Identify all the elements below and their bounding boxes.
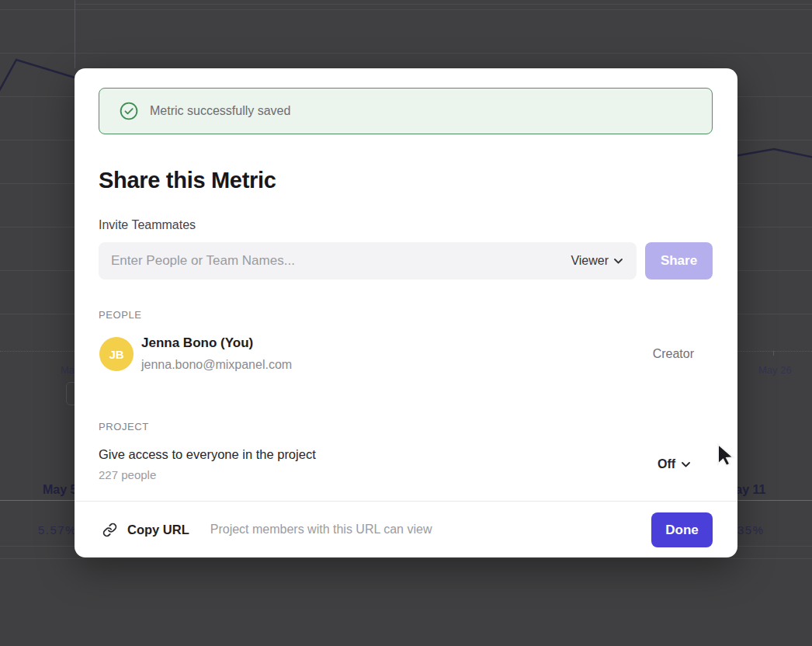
invite-teammates-label: Invite Teammates [99, 218, 196, 232]
role-dropdown-value: Viewer [571, 254, 609, 268]
copy-url-hint: Project members with this URL can view [210, 523, 432, 537]
person-email: jenna.bono@mixpanel.com [141, 358, 292, 372]
modal-title: Share this Metric [99, 168, 276, 193]
success-banner: Metric successfully saved [99, 88, 713, 134]
copy-url-button[interactable]: Copy URL [102, 523, 189, 537]
done-button[interactable]: Done [651, 512, 713, 547]
share-button[interactable]: Share [645, 242, 713, 280]
invite-people-input[interactable] [99, 242, 564, 280]
project-section-label: PROJECT [99, 421, 149, 432]
success-banner-message: Metric successfully saved [150, 104, 290, 118]
modal-footer: Copy URL Project members with this URL c… [75, 501, 737, 557]
table-cell-value: 35% [737, 523, 765, 537]
person-role: Creator [653, 347, 694, 361]
project-access-dropdown[interactable]: Off [658, 457, 690, 471]
project-access-title: Give access to everyone in the project [99, 447, 316, 462]
chevron-down-icon [682, 462, 690, 467]
chevron-down-icon [614, 259, 623, 264]
x-axis-label: May 26 [758, 364, 792, 376]
invite-input-container: Viewer [99, 242, 637, 280]
project-access-value: Off [658, 457, 675, 471]
x-axis-label: Ma [61, 364, 75, 376]
axis-tick [773, 351, 774, 356]
project-people-count: 227 people [99, 468, 156, 481]
mouse-cursor [717, 443, 739, 467]
check-circle-icon [119, 101, 139, 121]
link-icon [102, 523, 117, 537]
copy-url-label: Copy URL [127, 523, 189, 537]
share-modal: Metric successfully saved Share this Met… [75, 68, 737, 557]
avatar: JB [99, 337, 134, 371]
people-section-label: PEOPLE [99, 309, 142, 321]
screen: Ma May 26 May 5 May 11 5.57% 35% Metric … [0, 0, 812, 646]
person-name: Jenna Bono (You) [141, 335, 253, 351]
table-column-header: May 5 [43, 483, 77, 497]
table-cell-value: 5.57% [38, 523, 77, 537]
role-dropdown[interactable]: Viewer [564, 254, 637, 268]
table-row-divider [0, 558, 812, 559]
